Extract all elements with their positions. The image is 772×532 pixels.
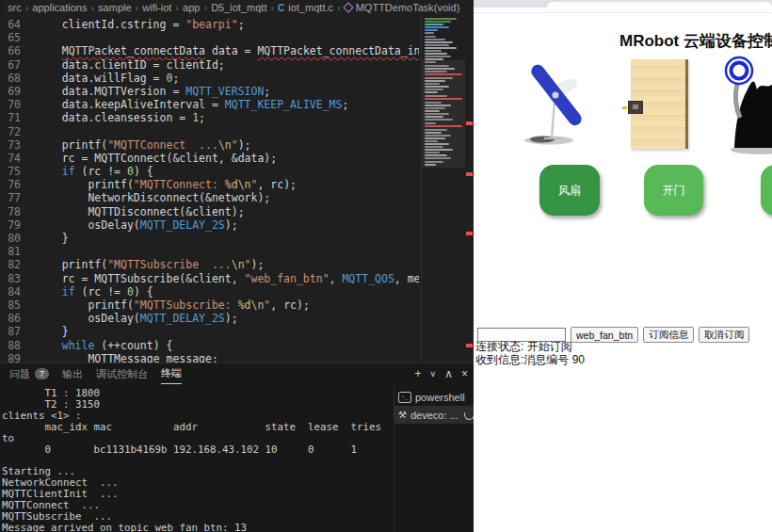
scrollbar-error-mark (466, 172, 473, 176)
breadcrumb-item[interactable]: sample (98, 2, 131, 13)
panel-header: 问题7输出调试控制台终端 +∨∧× (0, 363, 474, 384)
minimap[interactable] (421, 15, 465, 363)
fan-button[interactable]: 风扇 (539, 165, 600, 216)
breadcrumb-item[interactable]: app (183, 2, 200, 13)
code-line[interactable]: 85 printf("MQTTSubscribe: %d\n", rc); (0, 298, 419, 312)
line-number: 82 (0, 258, 21, 271)
line-number: 85 (0, 298, 21, 312)
code-line[interactable]: 82 printf("MQTTSubscribe ...\n"); (0, 258, 419, 271)
code-line[interactable]: 79 osDelay(MQTT_DELAY_2S); (0, 218, 419, 232)
method-icon (343, 2, 353, 12)
browser-window: MRobot 云端设备控制 (474, 0, 772, 532)
browser-tabstrip (474, 0, 772, 8)
c-file-icon: C (278, 3, 284, 13)
code-line[interactable]: 70 data.keepAliveInterval = MQTT_KEEP_AL… (0, 98, 419, 111)
line-number: 89 (0, 352, 21, 363)
line-number: 74 (0, 152, 21, 165)
third-device-button[interactable] (761, 165, 772, 216)
terminal-output: T1 : 1800 T2 : 3150 clients <1> : mac_id… (0, 384, 394, 532)
panel-tab-debug-console[interactable]: 调试控制台 (96, 363, 148, 384)
line-number: 83 (0, 272, 21, 285)
terminal-sessions: ›_powershell⚒deveco: ... (394, 384, 474, 532)
editor-scrollbar[interactable] (465, 15, 474, 363)
code-editor[interactable]: 64 clientId.cstring = "bearpi";6566 MQTT… (0, 15, 474, 363)
door-image (631, 59, 688, 149)
breadcrumb-item[interactable]: MQTTDemoTask(void) (356, 2, 460, 13)
code-line[interactable]: 69 data.MQTTVersion = MQTT_VERSION; (0, 85, 419, 98)
breadcrumb-separator-icon: › (270, 2, 274, 13)
received-message-status: 收到信息:消息编号 90 (475, 352, 585, 368)
line-number: 81 (0, 245, 21, 258)
new-terminal-icon[interactable]: + (415, 367, 422, 380)
minimap-viewport[interactable] (422, 60, 465, 168)
code-line[interactable]: 64 clientId.cstring = "bearpi"; (0, 18, 419, 31)
scrollbar-error-mark (466, 232, 473, 235)
code-line[interactable]: 81 (0, 245, 419, 258)
browser-tab[interactable] (547, 2, 772, 8)
code-line[interactable]: 80 } (0, 232, 419, 245)
panel-actions: +∨∧× (415, 367, 468, 380)
code-line[interactable]: 75 if (rc != 0) { (0, 165, 419, 178)
maximize-panel-icon[interactable]: ∧ (444, 367, 453, 380)
problems-count-badge: 7 (35, 368, 49, 379)
breadcrumb-item[interactable]: D5_iot_mqtt (211, 2, 266, 13)
code-line[interactable]: 84 if (rc != 0) { (0, 285, 419, 298)
line-number: 86 (0, 312, 21, 325)
close-panel-icon[interactable]: × (461, 367, 468, 380)
line-number: 87 (0, 325, 21, 338)
code-line[interactable]: 78 MQTTDisconnect(&client); (0, 205, 419, 218)
breadcrumb-item[interactable]: applications (32, 2, 87, 13)
page-title: MRobot 云端设备控制 (619, 30, 772, 52)
line-number: 78 (0, 205, 21, 218)
code-line[interactable]: 71 data.cleansession = 1; (0, 111, 419, 124)
line-number: 72 (0, 125, 21, 138)
line-number: 70 (0, 98, 21, 111)
line-number: 71 (0, 111, 21, 124)
breadcrumb-item[interactable]: wifi-iot (142, 2, 171, 13)
code-line[interactable]: 77 NetworkDisconnect(&network); (0, 191, 419, 204)
breadcrumb-item[interactable]: iot_mqtt.c (288, 2, 333, 13)
line-number: 68 (0, 72, 21, 85)
code-line[interactable]: 66 MQTTPacket_connectData data = MQTTPac… (0, 44, 419, 57)
code-line[interactable]: 65 (0, 31, 419, 44)
panel-body: T1 : 1800 T2 : 3150 clients <1> : mac_id… (0, 384, 474, 532)
line-number: 64 (0, 18, 21, 31)
terminal-session[interactable]: ›_powershell (394, 388, 474, 406)
terminal-session[interactable]: ⚒deveco: ... (394, 406, 474, 424)
bottom-panel: 问题7输出调试控制台终端 +∨∧× T1 : 1800 T2 : 3150 cl… (0, 363, 474, 532)
line-number: 79 (0, 218, 21, 232)
line-number: 69 (0, 85, 21, 98)
code-line[interactable]: 88 while (++count) { (0, 339, 419, 352)
screen: src›applications›sample›wifi-iot›app›D5_… (0, 0, 772, 532)
panel-tab-terminal[interactable]: 终端 (161, 363, 182, 384)
open-door-button[interactable]: 开门 (644, 165, 703, 216)
breadcrumb-item[interactable]: src (8, 2, 22, 13)
launch-profile-chevron-icon[interactable]: ∨ (430, 369, 437, 379)
line-number: 73 (0, 138, 21, 152)
code-line[interactable]: 73 printf("MQTTConnect ...\n"); (0, 138, 419, 152)
panel-tab-output[interactable]: 输出 (62, 363, 83, 384)
loading-spinner-icon (462, 408, 474, 421)
panel-tab-problems[interactable]: 问题7 (9, 363, 49, 384)
code-lines[interactable]: 64 clientId.cstring = "bearpi";6566 MQTT… (0, 18, 419, 363)
scrollbar-error-mark (466, 121, 473, 125)
code-line[interactable]: 76 printf("MQTTConnect: %d\n", rc); (0, 178, 419, 191)
breadcrumb-separator-icon: › (337, 2, 341, 13)
code-line[interactable]: 87 } (0, 325, 419, 338)
code-line[interactable]: 72 (0, 125, 419, 138)
code-line[interactable]: 74 rc = MQTTConnect(&client, &data); (0, 152, 419, 165)
line-number: 84 (0, 285, 21, 298)
code-line[interactable]: 83 rc = MQTTSubscribe(&client, "web_fan_… (0, 272, 419, 285)
code-line[interactable]: 86 osDelay(MQTT_DELAY_2S); (0, 312, 419, 325)
subscribe-button[interactable]: 订阅信息 (643, 327, 694, 343)
topic-button[interactable]: web_fan_btn (571, 327, 638, 343)
line-number: 75 (0, 165, 21, 178)
tools-icon: ⚒ (398, 410, 407, 420)
code-line[interactable]: 67 data.clientID = clientId; (0, 58, 419, 72)
code-line[interactable]: 68 data.willFlag = 0; (0, 72, 419, 85)
code-line[interactable]: 89 MQTTMessage message; (0, 352, 419, 363)
unsubscribe-button[interactable]: 取消订阅 (699, 327, 749, 343)
breadcrumb[interactable]: src›applications›sample›wifi-iot›app›D5_… (0, 0, 474, 15)
breadcrumb-separator-icon: › (90, 2, 94, 13)
line-number: 66 (0, 44, 21, 57)
